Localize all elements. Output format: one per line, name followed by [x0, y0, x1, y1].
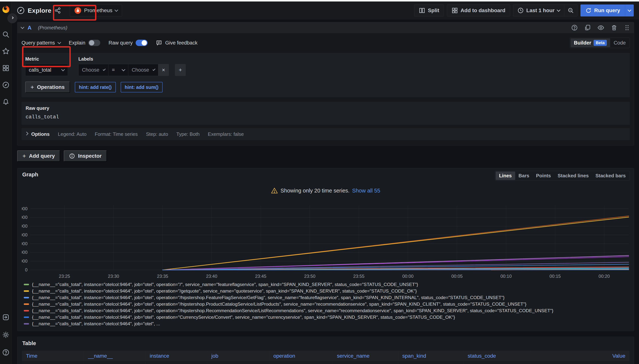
graph-mode-stacked-bars[interactable]: Stacked bars	[592, 172, 629, 180]
explore-compass-icon[interactable]	[2, 81, 10, 89]
legend-swatch	[24, 304, 29, 305]
code-tab[interactable]: Code	[610, 38, 629, 47]
duplicate-query-icon[interactable]	[584, 24, 591, 31]
starred-icon[interactable]	[2, 47, 10, 55]
grafana-logo[interactable]	[2, 5, 10, 14]
label-key-select[interactable]: Choose	[78, 64, 108, 76]
graph-mode-lines[interactable]: Lines	[496, 172, 515, 180]
hide-response-eye-icon[interactable]	[597, 24, 604, 31]
time-range-control: Last 1 hour	[513, 4, 578, 16]
remove-label-button[interactable]: ×	[158, 64, 169, 76]
options-item: Step: auto	[146, 131, 168, 137]
chevron-down-icon	[114, 8, 118, 12]
label-value-select[interactable]: Choose	[128, 64, 158, 76]
search-icon[interactable]	[2, 30, 10, 38]
legend-swatch	[24, 284, 29, 285]
table-header-row: Time__name__instancejoboperationservice_…	[22, 351, 630, 361]
svg-text:6000: 6000	[22, 241, 28, 246]
column-header[interactable]: service_name	[333, 351, 398, 361]
query-ref-id: A	[28, 24, 32, 31]
svg-text:23:40: 23:40	[206, 274, 217, 279]
query-editor-panel: A (Prometheus) Query patterns Explain	[17, 22, 634, 146]
add-to-dashboard-button[interactable]: Add to dashboard	[447, 4, 510, 16]
table-panel-title: Table	[22, 340, 36, 346]
help-icon[interactable]	[2, 348, 10, 356]
time-range-button[interactable]: Last 1 hour	[513, 5, 564, 16]
top-header: Explore Prometheus Split Add to dashboar…	[12, 2, 639, 20]
query-help-icon[interactable]	[571, 24, 578, 31]
legend-item[interactable]: {__name__="calls_total", instance="otelc…	[24, 294, 630, 301]
zoom-out-time-button[interactable]	[564, 5, 577, 16]
inspector-button[interactable]: Inspector	[64, 150, 107, 162]
column-header[interactable]: instance	[146, 351, 207, 361]
drag-handle-icon[interactable]	[624, 24, 630, 31]
legend-swatch	[24, 297, 29, 298]
graph-mode-tabs: LinesBarsPointsStacked linesStacked bars	[495, 171, 630, 181]
column-header[interactable]: job	[207, 351, 269, 361]
explain-toggle[interactable]	[88, 40, 100, 46]
collapse-query-icon[interactable]	[20, 25, 24, 29]
column-header[interactable]: Value	[531, 351, 630, 361]
run-query-control: Run query	[580, 4, 634, 16]
remove-query-trash-icon[interactable]	[611, 24, 618, 31]
graph-panel-title: Graph	[22, 172, 38, 178]
main-content: A (Prometheus) Query patterns Explain	[12, 20, 639, 364]
legend-item[interactable]: {__name__="calls_total", instance="otelc…	[24, 288, 630, 294]
column-header[interactable]: __name__	[84, 351, 146, 361]
legend-label: {__name__="calls_total", instance="otelc…	[32, 314, 455, 320]
metric-select[interactable]: calls_total	[25, 64, 68, 76]
legend-swatch	[24, 316, 29, 318]
add-label-button[interactable]: +	[175, 64, 186, 76]
legend-item[interactable]: {__name__="calls_total", instance="otelc…	[24, 320, 630, 327]
hint-add-sum-button[interactable]: hint: add sum()	[121, 82, 163, 92]
svg-text:14000: 14000	[22, 206, 28, 211]
graph-mode-points[interactable]: Points	[532, 172, 554, 180]
raw-query-toggle[interactable]	[136, 40, 148, 46]
query-patterns-dropdown[interactable]: Query patterns	[22, 40, 60, 46]
graph-mode-stacked-lines[interactable]: Stacked lines	[554, 172, 592, 180]
svg-text:00:00: 00:00	[402, 274, 414, 279]
column-header[interactable]: operation	[269, 351, 333, 361]
legend-item[interactable]: {__name__="calls_total", instance="otelc…	[24, 307, 630, 314]
column-header[interactable]: span_kind	[398, 351, 464, 361]
alerting-bell-icon[interactable]	[2, 98, 10, 106]
labels-label: Labels	[78, 56, 186, 62]
query-row-header[interactable]: A (Prometheus)	[18, 22, 634, 33]
options-summary: Legend: AutoFormat: Time seriesStep: aut…	[58, 131, 244, 137]
datasource-picker[interactable]: Prometheus	[70, 4, 122, 16]
table-panel: Table Time__name__instancejoboperationse…	[17, 337, 634, 364]
hint-add-rate-button[interactable]: hint: add rate()	[75, 82, 116, 92]
sign-in-icon[interactable]	[2, 313, 10, 321]
expand-sidebar-button[interactable]	[8, 14, 17, 23]
show-all-series-link[interactable]: Show all 55	[352, 188, 380, 194]
settings-gear-icon[interactable]	[2, 331, 10, 339]
legend-item[interactable]: {__name__="calls_total", instance="otelc…	[24, 314, 630, 320]
legend-swatch	[24, 310, 29, 312]
builder-tab[interactable]: Builder Beta	[570, 38, 610, 47]
metric-field: Metric calls_total	[25, 56, 68, 76]
legend-item[interactable]: {__name__="calls_total", instance="otelc…	[24, 301, 630, 307]
share-icon[interactable]	[54, 7, 61, 14]
column-header[interactable]: Time	[22, 351, 84, 361]
add-query-button[interactable]: +Add query	[17, 150, 60, 162]
column-header[interactable]: status_code	[464, 351, 531, 361]
beta-badge: Beta	[594, 40, 607, 46]
legend-swatch	[24, 290, 29, 292]
graph-legend: {__name__="calls_total", instance="otelc…	[24, 281, 630, 327]
legend-swatch	[24, 323, 29, 324]
split-button[interactable]: Split	[414, 4, 444, 16]
prometheus-icon	[74, 7, 82, 14]
legend-item[interactable]: {__name__="calls_total", instance="otelc…	[24, 281, 630, 288]
label-operator-select[interactable]: =	[108, 64, 128, 76]
options-item: Exemplars: false	[208, 131, 244, 137]
time-series-chart[interactable]: 0200040006000800010000120001400023:2523:…	[22, 203, 634, 280]
svg-text:4000: 4000	[22, 250, 28, 255]
operations-button[interactable]: + Operations	[25, 82, 70, 93]
run-query-dropdown[interactable]	[625, 4, 634, 16]
dashboards-icon[interactable]	[2, 64, 10, 72]
refresh-icon	[585, 7, 592, 14]
graph-mode-bars[interactable]: Bars	[515, 172, 533, 180]
options-bar[interactable]: Options Legend: AutoFormat: Time seriesS…	[22, 128, 630, 140]
give-feedback-link[interactable]: Give feedback	[156, 40, 198, 46]
run-query-button[interactable]: Run query	[580, 4, 625, 16]
